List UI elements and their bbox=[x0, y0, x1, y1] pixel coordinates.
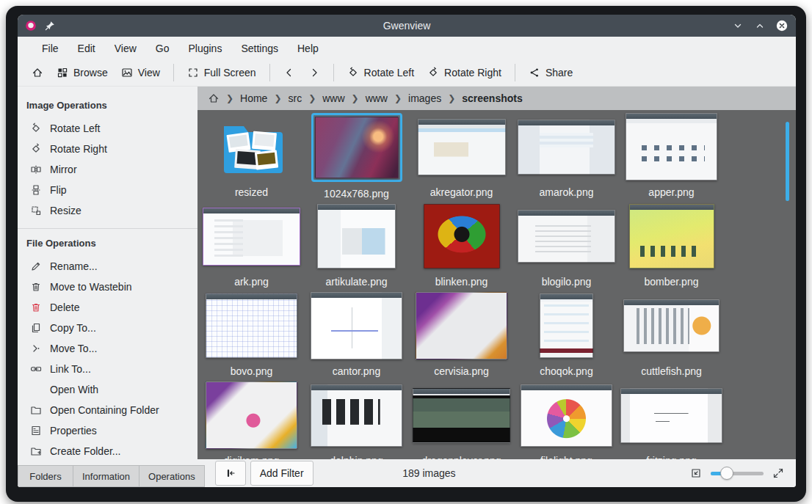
window-title: Gwenview bbox=[18, 20, 796, 32]
sidebar-item-label: Move to Wastebin bbox=[50, 281, 132, 293]
rotate-left-icon bbox=[347, 67, 359, 78]
breadcrumb-segment[interactable]: images bbox=[408, 92, 441, 104]
sidebar-item[interactable]: Link To... bbox=[18, 359, 197, 379]
breadcrumb-separator-icon: ❯ bbox=[394, 93, 402, 103]
thumbnail-cell[interactable]: choqok.png bbox=[514, 289, 619, 379]
thumbnail-cell[interactable]: blogilo.png bbox=[514, 200, 619, 289]
thumbnail-size-slider[interactable] bbox=[711, 467, 764, 480]
thumbnail-preview bbox=[311, 292, 402, 359]
menu-item[interactable]: Plugins bbox=[180, 39, 230, 58]
close-button[interactable] bbox=[775, 19, 789, 32]
toolbar-button[interactable] bbox=[25, 62, 50, 83]
thumbnail-cell[interactable]: filelight.png bbox=[514, 379, 619, 459]
thumbnail-cell[interactable]: dragonplayer.png bbox=[409, 379, 514, 459]
toolbar-button-label: Browse bbox=[73, 67, 108, 78]
thumbnail-label: apper.png bbox=[648, 185, 694, 200]
breadcrumb-separator-icon: ❯ bbox=[226, 93, 233, 103]
sidebar-item[interactable]: Open Containing Folder bbox=[18, 400, 197, 420]
thumbnail-cell[interactable]: akregator.png bbox=[409, 110, 514, 200]
toolbar-button[interactable] bbox=[277, 62, 302, 83]
vertical-scrollbar[interactable] bbox=[786, 122, 789, 201]
thumbnail-cell[interactable]: cuttlefish.png bbox=[619, 289, 724, 379]
thumbnail-cell[interactable]: apper.png bbox=[619, 110, 724, 200]
sidebar-item[interactable]: Delete bbox=[18, 297, 197, 318]
breadcrumb-segment[interactable]: www bbox=[322, 92, 344, 104]
thumbnail-label: akregator.png bbox=[430, 185, 493, 200]
toolbar-button-label: Rotate Right bbox=[444, 67, 501, 78]
toolbar-separator bbox=[515, 64, 515, 81]
thumbnail-zoom-out-icon[interactable] bbox=[690, 467, 702, 479]
rotate-left-icon bbox=[29, 123, 43, 134]
toolbar-button[interactable] bbox=[302, 62, 327, 83]
sidebar-item[interactable]: Flip bbox=[18, 180, 197, 200]
thumbnail-cell[interactable]: digikam.png bbox=[199, 379, 304, 459]
maximize-button[interactable] bbox=[753, 19, 766, 32]
thumbnail-preview bbox=[521, 384, 612, 447]
sidebar-item[interactable]: Move To... bbox=[18, 338, 197, 359]
toolbar: Browse View Full Screen Rotate Left bbox=[18, 59, 796, 87]
menu-item[interactable]: Go bbox=[148, 39, 178, 58]
sidebar-item[interactable]: Open With bbox=[18, 379, 197, 400]
toolbar-button[interactable]: Browse bbox=[50, 62, 115, 83]
toolbar-button[interactable]: Rotate Left bbox=[341, 62, 421, 83]
sidebar-item[interactable]: Copy To... bbox=[18, 318, 197, 338]
sidebar-section-title: File Operations bbox=[18, 232, 197, 256]
menu-item[interactable]: Help bbox=[289, 39, 327, 58]
toolbar-button[interactable]: Full Screen bbox=[181, 62, 263, 83]
collapse-filter-button[interactable] bbox=[215, 461, 246, 486]
thumbnail-label: dragonplayer.png bbox=[421, 453, 501, 459]
thumbnail-cell[interactable]: artikulate.png bbox=[304, 200, 409, 289]
thumbnail-cell[interactable]: resized bbox=[199, 110, 304, 200]
breadcrumb-segment[interactable]: www bbox=[366, 92, 388, 104]
thumbnail-zoom-in-icon[interactable] bbox=[772, 467, 784, 479]
sidebar-item[interactable]: Mirror bbox=[18, 159, 197, 180]
thumbnail-cell[interactable]: cantor.png bbox=[304, 289, 409, 379]
toolbar-button[interactable]: Share bbox=[522, 62, 579, 83]
thumbnail-cell[interactable]: dolphin.png bbox=[304, 379, 409, 459]
menu-item[interactable]: Edit bbox=[70, 39, 104, 58]
titlebar[interactable]: Gwenview bbox=[18, 15, 796, 37]
sidebar-item[interactable]: Create Folder... bbox=[18, 441, 197, 459]
add-filter-button[interactable]: Add Filter bbox=[250, 461, 313, 486]
thumbnail-cell[interactable]: bomber.png bbox=[619, 200, 724, 289]
breadcrumb-segment[interactable]: Home bbox=[240, 92, 267, 104]
thumbnail-cell[interactable]: cervisia.png bbox=[409, 289, 514, 379]
toolbar-button[interactable]: Rotate Right bbox=[421, 62, 508, 83]
pin-icon[interactable] bbox=[44, 20, 56, 32]
sidebar-tab[interactable]: Information bbox=[73, 465, 139, 487]
sidebar-item-label: Open With bbox=[50, 384, 98, 395]
breadcrumb-segment[interactable]: screenshots bbox=[462, 92, 522, 104]
thumbnail-preview bbox=[418, 119, 506, 175]
sidebar-tab[interactable]: Folders bbox=[18, 465, 73, 487]
breadcrumb-home-icon[interactable] bbox=[208, 92, 220, 104]
sidebar-item[interactable]: Rotate Right bbox=[18, 139, 197, 159]
thumbnail-preview bbox=[311, 384, 402, 447]
properties-icon bbox=[29, 425, 43, 437]
toolbar-button[interactable]: View bbox=[115, 62, 167, 83]
sidebar-item-label: Open Containing Folder bbox=[50, 404, 159, 416]
breadcrumb-separator-icon: ❯ bbox=[274, 93, 281, 103]
create-folder-icon bbox=[29, 445, 43, 457]
thumbnail-cell[interactable]: fritzing.png bbox=[619, 379, 724, 459]
thumbnail-cell[interactable]: blinken.png bbox=[409, 200, 514, 289]
sidebar-item[interactable]: Move to Wastebin bbox=[18, 277, 197, 297]
thumbnail-preview bbox=[203, 208, 300, 266]
thumbnail-label: 1024x768.png bbox=[324, 186, 389, 200]
thumbnail-cell[interactable]: amarok.png bbox=[514, 110, 619, 200]
thumbnail-cell[interactable]: ark.png bbox=[199, 200, 304, 289]
thumbnail-cell[interactable]: bovo.png bbox=[199, 289, 304, 379]
thumbnail-cell[interactable]: 1024x768.png bbox=[304, 110, 409, 200]
sidebar-item[interactable]: Rename... bbox=[18, 256, 197, 277]
menu-item[interactable]: Settings bbox=[233, 39, 286, 58]
thumbnail-label: ark.png bbox=[234, 274, 269, 289]
sidebar-tab[interactable]: Operations bbox=[139, 465, 205, 487]
sidebar-item[interactable]: Properties bbox=[18, 420, 197, 441]
menu-item[interactable]: View bbox=[106, 39, 145, 58]
toolbar-button-label: Share bbox=[545, 67, 573, 78]
breadcrumb-segment[interactable]: src bbox=[288, 92, 302, 104]
sidebar-item[interactable]: Rotate Left bbox=[18, 118, 197, 139]
minimize-button[interactable] bbox=[731, 19, 744, 32]
sidebar-item[interactable]: Resize bbox=[18, 200, 197, 221]
menu-item[interactable]: File bbox=[34, 39, 67, 58]
zoom-slider-handle[interactable] bbox=[720, 467, 733, 480]
